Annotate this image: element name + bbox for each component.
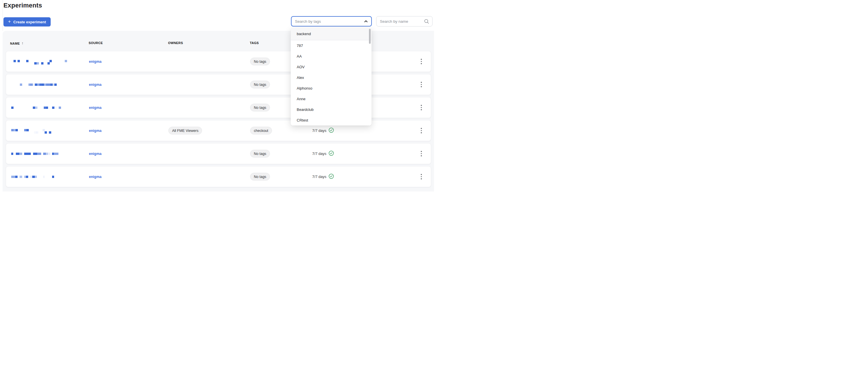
tag-option[interactable]: CRtest: [291, 115, 372, 125]
tag-option[interactable]: AA: [291, 51, 372, 62]
tags-dropdown: backend787AAAOVAlexAlphonsoAnneBeardclub…: [291, 28, 372, 125]
create-experiment-label: Create experiment: [13, 20, 46, 24]
redaction-pixel-block: [18, 60, 20, 62]
search-icon: [424, 19, 429, 24]
tag-chip: No tags: [250, 81, 270, 88]
name-search-box[interactable]: [376, 16, 433, 27]
redaction-pixel-block: [33, 84, 35, 86]
check-circle-icon: [329, 127, 334, 134]
row-menu-button[interactable]: [419, 120, 424, 141]
tag-option[interactable]: Anne: [291, 94, 372, 104]
redaction-pixel-block: [26, 176, 28, 178]
column-header-tags: TAGS: [250, 41, 259, 45]
redaction-pixel-block: [43, 176, 44, 178]
experiment-name-redacted[interactable]: [11, 153, 86, 157]
redaction-pixel-block: [35, 107, 37, 109]
tag-chip: No tags: [250, 150, 270, 157]
days-label: 7/7 days: [312, 175, 327, 179]
redaction-pixel-block: [43, 153, 46, 155]
redaction-pixel-block: [35, 176, 37, 178]
tag-option[interactable]: Alphonso: [291, 83, 372, 94]
chevron-up-icon[interactable]: [364, 19, 368, 24]
experiments-page: Experiments + Create experiment NAME ↑ S…: [0, 0, 434, 192]
redaction-pixel-block: [13, 60, 16, 62]
redaction-pixel-block: [65, 60, 67, 62]
redaction-pixel-block: [48, 153, 50, 155]
tags-cell: No tags: [250, 143, 270, 164]
tag-option[interactable]: backend: [291, 28, 372, 40]
sort-ascending-icon: ↑: [22, 41, 24, 45]
check-circle-icon: [329, 173, 334, 180]
redaction-pixel-block: [16, 153, 19, 155]
experiment-name-redacted[interactable]: [11, 176, 86, 180]
source-link[interactable]: enigma: [89, 129, 102, 133]
row-menu-button[interactable]: [419, 167, 424, 187]
tags-cell: No tags: [250, 74, 270, 95]
redaction-pixel-block: [20, 176, 22, 178]
row-menu-button[interactable]: [419, 74, 424, 95]
source-link[interactable]: enigma: [89, 106, 102, 110]
tag-option[interactable]: AOV: [291, 62, 372, 72]
tags-cell: No tags: [250, 97, 270, 118]
redaction-pixel-block: [44, 131, 47, 134]
source-link[interactable]: enigma: [89, 175, 102, 179]
redaction-pixel-block: [54, 153, 58, 155]
redaction-pixel-block: [32, 176, 35, 178]
source-link[interactable]: enigma: [89, 60, 102, 64]
tag-option[interactable]: Beardclub: [291, 104, 372, 115]
owner-chip: All FME Viewers: [168, 127, 202, 135]
days-label: 7/7 days: [312, 128, 327, 133]
redaction-pixel-block: [11, 107, 13, 109]
redaction-pixel-block: [37, 153, 41, 155]
row-menu-button[interactable]: [419, 51, 424, 72]
redaction-pixel-block: [35, 84, 37, 86]
redaction-pixel-block: [46, 84, 50, 86]
create-experiment-button[interactable]: + Create experiment: [3, 17, 51, 27]
tag-chip: No tags: [250, 173, 270, 181]
experiment-name-redacted[interactable]: [11, 84, 86, 88]
row-menu-button[interactable]: [419, 97, 424, 118]
redaction-pixel-block: [27, 129, 29, 131]
tag-chip: No tags: [250, 104, 270, 112]
redaction-pixel-block: [50, 60, 52, 62]
owners-cell: All FME Viewers: [168, 120, 202, 141]
row-menu-button[interactable]: [419, 143, 424, 164]
source-link[interactable]: enigma: [89, 152, 102, 156]
redaction-pixel-block: [42, 129, 45, 131]
tag-option[interactable]: 787: [291, 40, 372, 51]
experiment-name-redacted[interactable]: [11, 129, 86, 134]
redaction-pixel-block: [36, 62, 39, 64]
redaction-pixel-block: [15, 176, 18, 178]
dropdown-scrollbar-thumb[interactable]: [369, 29, 371, 44]
redaction-pixel-block: [26, 60, 29, 62]
tags-search-input[interactable]: [291, 17, 371, 26]
redaction-pixel-block: [41, 62, 43, 64]
redaction-pixel-block: [37, 84, 39, 86]
plus-icon: +: [8, 19, 11, 24]
redaction-pixel-block: [52, 107, 54, 109]
tags-search-box[interactable]: [291, 16, 372, 27]
redaction-pixel-block: [59, 107, 61, 109]
tags-cell: No tags: [250, 167, 270, 187]
redaction-pixel-block: [33, 107, 35, 109]
redaction-pixel-block: [11, 176, 15, 178]
tag-chip: No tags: [250, 58, 270, 65]
column-header-name[interactable]: NAME ↑: [10, 41, 24, 46]
experiment-name-redacted[interactable]: [11, 60, 86, 64]
column-header-owners: OWNERS: [168, 41, 183, 45]
page-title: Experiments: [3, 2, 42, 9]
redaction-pixel-block: [11, 153, 13, 155]
days-cell: 7/7 days: [279, 167, 334, 187]
source-link[interactable]: enigma: [89, 83, 102, 87]
days-cell: 7/7 days: [279, 143, 334, 164]
redaction-pixel-block: [20, 84, 22, 86]
redaction-pixel-block: [16, 129, 18, 131]
redaction-pixel-block: [46, 107, 48, 109]
redaction-pixel-block: [36, 131, 38, 134]
redaction-pixel-block: [54, 107, 57, 109]
tags-cell: checkout: [250, 120, 272, 141]
table-row: enigma No tags 7/7 days: [6, 143, 431, 164]
redaction-pixel-block: [24, 129, 27, 131]
experiment-name-redacted[interactable]: [11, 107, 86, 111]
tag-option[interactable]: Alex: [291, 72, 372, 83]
